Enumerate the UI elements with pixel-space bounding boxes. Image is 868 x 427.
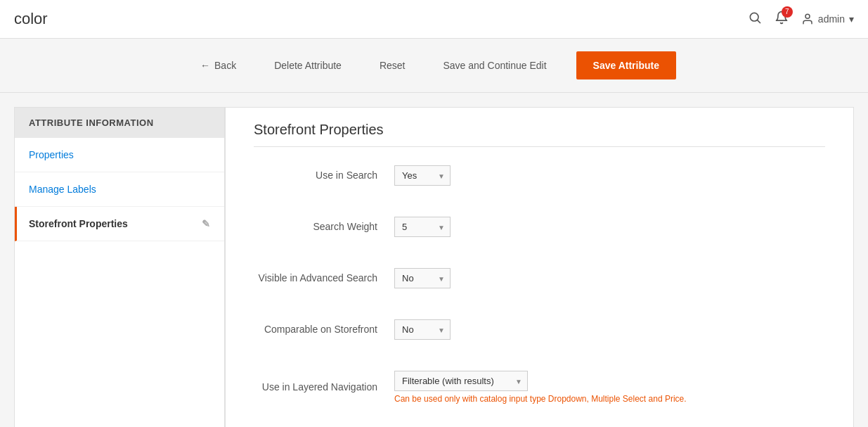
main-layout: ATTRIBUTE INFORMATION Properties Manage … — [0, 93, 868, 427]
field-search-weight: Search Weight 1234 5 678910 — [254, 210, 825, 244]
label-visible-advanced-search: Visible in Advanced Search — [254, 272, 394, 286]
label-search-weight: Search Weight — [254, 220, 394, 234]
control-search-weight: 1234 5 678910 — [394, 217, 825, 237]
edit-icon: ✎ — [202, 218, 210, 229]
select-use-layered-nav[interactable]: No Filterable (with results) Filterable … — [394, 371, 528, 391]
admin-user-menu[interactable]: admin ▾ — [801, 13, 854, 25]
notification-count: 7 — [782, 6, 793, 18]
select-search-weight[interactable]: 1234 5 678910 — [394, 217, 451, 237]
field-use-layered-nav: Use in Layered Navigation No Filterable … — [254, 364, 825, 411]
label-use-in-search: Use in Search — [254, 169, 394, 183]
select-wrapper-use-in-search: Yes No — [394, 165, 451, 186]
top-nav-right: 7 admin ▾ — [748, 11, 854, 28]
sidebar: ATTRIBUTE INFORMATION Properties Manage … — [14, 107, 225, 427]
back-arrow-icon: ← — [200, 60, 210, 71]
delete-attribute-button[interactable]: Delete Attribute — [266, 54, 350, 77]
field-visible-advanced-search: Visible in Advanced Search Yes No — [254, 261, 825, 295]
field-use-in-search: Use in Search Yes No — [254, 158, 825, 193]
select-wrapper-visible-advanced-search: Yes No — [394, 268, 451, 288]
search-icon[interactable] — [748, 11, 762, 28]
label-use-layered-nav: Use in Layered Navigation — [254, 381, 394, 395]
control-visible-advanced-search: Yes No — [394, 268, 825, 288]
page-title: color — [14, 10, 48, 28]
select-use-in-search[interactable]: Yes No — [394, 165, 451, 186]
section-title: Storefront Properties — [254, 122, 825, 147]
sidebar-item-manage-labels[interactable]: Manage Labels — [15, 172, 224, 207]
chevron-down-icon: ▾ — [849, 13, 854, 25]
control-comparable-storefront: Yes No — [394, 319, 825, 340]
select-visible-advanced-search[interactable]: Yes No — [394, 268, 451, 288]
back-button[interactable]: ← Back — [192, 54, 245, 77]
label-comparable-storefront: Comparable on Storefront — [254, 323, 394, 337]
field-comparable-storefront: Comparable on Storefront Yes No — [254, 312, 825, 347]
control-use-layered-nav: No Filterable (with results) Filterable … — [394, 371, 825, 404]
svg-point-2 — [805, 14, 810, 18]
sidebar-header: ATTRIBUTE INFORMATION — [15, 108, 224, 138]
select-wrapper-comparable-storefront: Yes No — [394, 319, 451, 340]
layered-nav-hint: Can be used only with catalog input type… — [394, 394, 825, 404]
top-nav: color 7 admin ▾ — [0, 0, 868, 39]
svg-point-0 — [750, 13, 758, 21]
svg-line-1 — [758, 20, 760, 23]
content-area: Storefront Properties Use in Search Yes … — [225, 107, 854, 427]
reset-button[interactable]: Reset — [371, 54, 414, 77]
control-use-in-search: Yes No — [394, 165, 825, 186]
select-wrapper-use-layered-nav: No Filterable (with results) Filterable … — [394, 371, 528, 391]
notification-bell-icon[interactable]: 7 — [775, 11, 789, 28]
select-comparable-storefront[interactable]: Yes No — [394, 319, 451, 340]
save-continue-button[interactable]: Save and Continue Edit — [434, 54, 555, 77]
save-attribute-button[interactable]: Save Attribute — [576, 51, 676, 79]
action-bar: ← Back Delete Attribute Reset Save and C… — [0, 39, 868, 93]
admin-label: admin — [818, 13, 845, 25]
select-wrapper-search-weight: 1234 5 678910 — [394, 217, 451, 237]
sidebar-item-storefront-properties[interactable]: Storefront Properties ✎ — [15, 207, 224, 241]
sidebar-item-properties[interactable]: Properties — [15, 138, 224, 172]
